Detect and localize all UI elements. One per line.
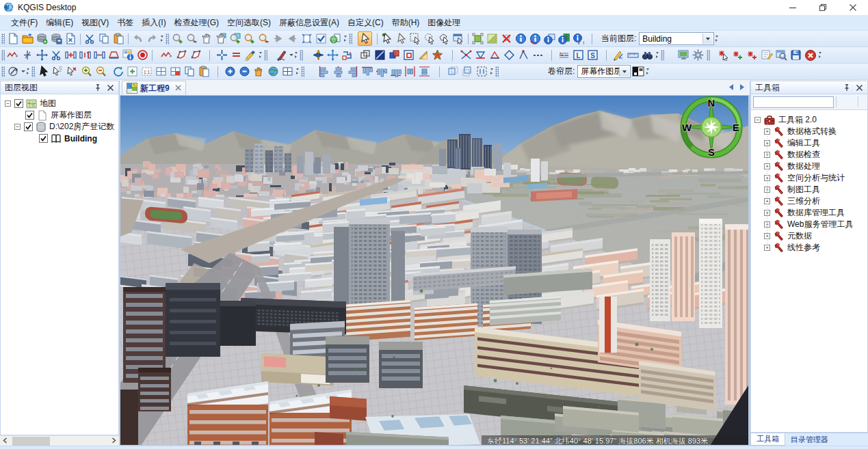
svg-text:E: E [733,122,739,133]
svg-text:L: L [576,52,580,59]
svg-text:1:1: 1:1 [144,70,150,74]
svg-text:W: W [682,122,692,133]
svg-text:N: N [708,97,715,109]
svg-text:S: S [708,146,715,158]
svg-text:S: S [590,52,595,59]
svg-text:东经114° 53′ 21.44″ 北纬40° 48′ 1: 东经114° 53′ 21.44″ 北纬40° 48′ 15.97″ 海拔806… [487,437,708,445]
